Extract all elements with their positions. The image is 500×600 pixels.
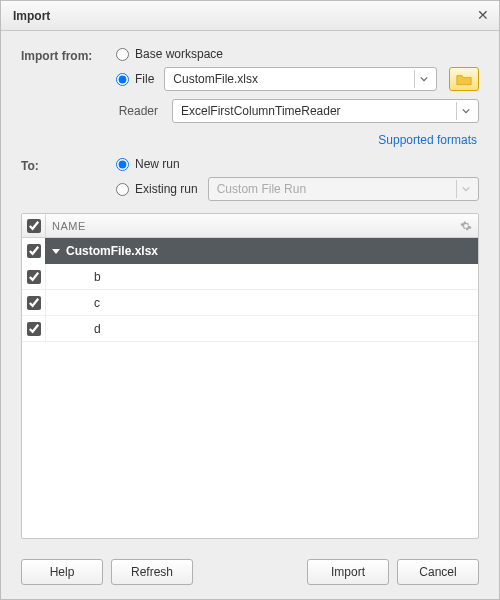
reader-combo-value: ExcelFirstColumnTimeReader	[181, 104, 452, 118]
tree-row[interactable]: b	[22, 264, 478, 290]
existing-run-combo: Custom File Run	[208, 177, 479, 201]
radio-new-run[interactable]	[116, 158, 129, 171]
button-bar: Help Refresh Import Cancel	[1, 547, 499, 599]
tree-item-checkbox[interactable]	[27, 296, 41, 310]
import-tree: NAME CustomFile.xlsx b	[21, 213, 479, 539]
expander-icon[interactable]	[52, 249, 60, 254]
import-from-label: Import from:	[21, 47, 116, 63]
to-section: To: New run Existing run Custom File Run	[21, 157, 479, 201]
import-from-section: Import from: Base workspace File CustomF…	[21, 47, 479, 123]
import-button[interactable]: Import	[307, 559, 389, 585]
reader-combo[interactable]: ExcelFirstColumnTimeReader	[172, 99, 479, 123]
dialog-title: Import	[13, 9, 50, 23]
dialog-body: Import from: Base workspace File CustomF…	[1, 31, 499, 547]
close-icon[interactable]: ✕	[475, 8, 491, 24]
tree-rows: CustomFile.xlsx b c	[22, 238, 478, 538]
browse-file-button[interactable]	[449, 67, 479, 91]
source-file-radio[interactable]: File	[116, 72, 154, 86]
source-base-workspace-radio[interactable]: Base workspace	[116, 47, 479, 61]
chevron-down-icon[interactable]	[414, 70, 432, 88]
tree-item-label: c	[94, 296, 100, 310]
tree-row[interactable]: c	[22, 290, 478, 316]
to-label: To:	[21, 157, 116, 173]
tree-header-name[interactable]: NAME	[46, 220, 454, 232]
refresh-button[interactable]: Refresh	[111, 559, 193, 585]
radio-existing-run[interactable]	[116, 183, 129, 196]
cancel-button[interactable]: Cancel	[397, 559, 479, 585]
radio-existing-run-label: Existing run	[135, 182, 198, 196]
titlebar: Import ✕	[1, 1, 499, 31]
select-all-checkbox[interactable]	[27, 219, 41, 233]
tree-item-label: d	[94, 322, 101, 336]
import-dialog: Import ✕ Import from: Base workspace Fil…	[0, 0, 500, 600]
tree-item-label: b	[94, 270, 101, 284]
tree-root-checkbox[interactable]	[27, 244, 41, 258]
dest-existing-run-radio[interactable]: Existing run	[116, 182, 198, 196]
supported-formats-link[interactable]: Supported formats	[21, 129, 479, 157]
folder-icon	[456, 73, 472, 86]
chevron-down-icon[interactable]	[456, 102, 474, 120]
tree-item-checkbox[interactable]	[27, 322, 41, 336]
tree-row-root[interactable]: CustomFile.xlsx	[22, 238, 478, 264]
tree-root-label: CustomFile.xlsx	[66, 244, 158, 258]
radio-base-workspace[interactable]	[116, 48, 129, 61]
reader-label: Reader	[116, 104, 166, 118]
radio-base-workspace-label: Base workspace	[135, 47, 223, 61]
dest-new-run-radio[interactable]: New run	[116, 157, 479, 171]
radio-file-label: File	[135, 72, 154, 86]
file-combo[interactable]: CustomFile.xlsx	[164, 67, 437, 91]
radio-file[interactable]	[116, 73, 129, 86]
tree-item-checkbox[interactable]	[27, 270, 41, 284]
radio-new-run-label: New run	[135, 157, 180, 171]
help-button[interactable]: Help	[21, 559, 103, 585]
file-combo-value: CustomFile.xlsx	[173, 72, 410, 86]
gear-icon[interactable]	[454, 214, 478, 237]
tree-header: NAME	[22, 214, 478, 238]
chevron-down-icon	[456, 180, 474, 198]
existing-run-placeholder: Custom File Run	[217, 182, 452, 196]
tree-row[interactable]: d	[22, 316, 478, 342]
